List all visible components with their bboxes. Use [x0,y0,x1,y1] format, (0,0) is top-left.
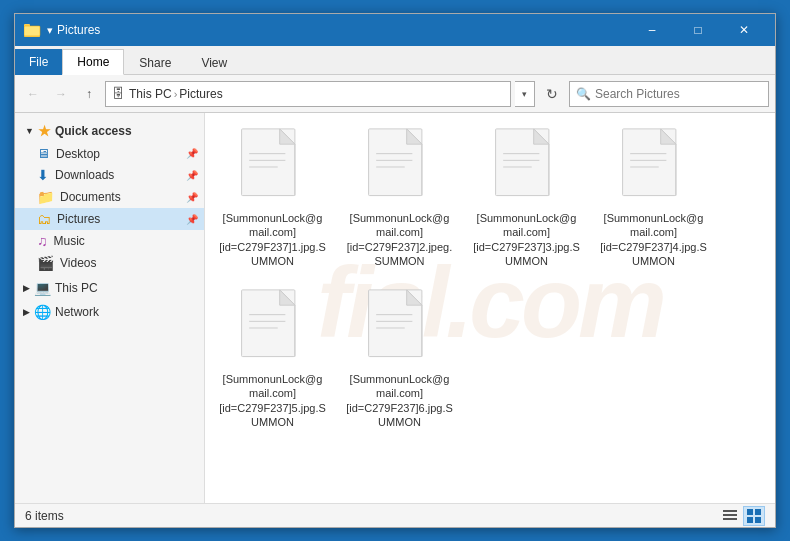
sidebar-item-music-label: Music [54,234,85,248]
this-pc-header[interactable]: ▶ 💻 This PC [15,274,204,298]
file-item[interactable]: [SummonunLock@gmail.com][id=C279F237]5.j… [215,284,330,433]
file-name-2: [SummonunLock@gmail.com][id=C279F237]2.j… [346,211,453,268]
breadcrumb-thispc[interactable]: This PC [129,87,172,101]
breadcrumb-icon: 🗄 [112,86,125,101]
quick-access-label: Quick access [55,124,132,138]
forward-button[interactable]: → [49,82,73,106]
sidebar-item-downloads-label: Downloads [55,168,114,182]
music-icon: ♫ [37,233,48,249]
ribbon-tabs: File Home Share View [15,46,775,74]
sidebar-item-pictures-label: Pictures [57,212,100,226]
chevron-down-icon: ▼ [25,126,34,136]
svg-rect-2 [24,26,40,36]
titlebar-title: Pictures [57,23,629,37]
list-view-button[interactable] [719,506,741,526]
sidebar-item-documents[interactable]: 📁 Documents 📌 [15,186,204,208]
up-button[interactable]: ↑ [77,82,101,106]
documents-icon: 📁 [37,189,54,205]
statusbar: 6 items [15,503,775,527]
pin-icon-documents: 📌 [186,192,198,203]
minimize-button[interactable]: – [629,14,675,46]
sidebar-item-music[interactable]: ♫ Music [15,230,204,252]
file-area: fisl.com [SummonunLock@gma [205,113,775,503]
file-icon-1 [238,127,308,207]
close-button[interactable]: ✕ [721,14,767,46]
view-controls [719,506,765,526]
network-icon: 🌐 [34,304,51,320]
network-header[interactable]: ▶ 🌐 Network [15,298,204,322]
pictures-icon: 🗂 [37,211,51,227]
refresh-button[interactable]: ↻ [539,81,565,107]
file-icon-5 [238,288,308,368]
file-name-6: [SummonunLock@gmail.com][id=C279F237]6.j… [346,372,453,429]
sidebar-item-desktop[interactable]: 🖥 Desktop 📌 [15,143,204,164]
chevron-right-icon-net: ▶ [23,307,30,317]
file-item[interactable]: [SummonunLock@gmail.com][id=C279F237]6.j… [342,284,457,433]
titlebar-controls: – □ ✕ [629,14,767,46]
addressbar: ← → ↑ 🗄 This PC › Pictures ▾ ↻ 🔍 [15,75,775,113]
videos-icon: 🎬 [37,255,54,271]
sidebar-item-videos[interactable]: 🎬 Videos [15,252,204,274]
breadcrumb-pictures[interactable]: Pictures [179,87,222,101]
svg-rect-36 [723,518,737,520]
star-icon: ★ [38,123,51,139]
address-path[interactable]: 🗄 This PC › Pictures [105,81,511,107]
file-name-4: [SummonunLock@gmail.com][id=C279F237]4.j… [600,211,707,268]
ribbon: File Home Share View [15,46,775,75]
tab-home[interactable]: Home [62,49,124,75]
svg-rect-35 [723,514,737,516]
sidebar-item-downloads[interactable]: ⬇ Downloads 📌 [15,164,204,186]
sidebar: ▼ ★ Quick access 🖥 Desktop 📌 ⬇ Downloads… [15,113,205,503]
maximize-button[interactable]: □ [675,14,721,46]
pin-icon-pictures: 📌 [186,214,198,225]
back-button[interactable]: ← [21,82,45,106]
file-item[interactable]: [SummonunLock@gmail.com][id=C279F237]3.j… [469,123,584,272]
address-dropdown[interactable]: ▾ [515,81,535,107]
svg-rect-34 [723,510,737,512]
item-count: 6 items [25,509,64,523]
file-item[interactable]: [SummonunLock@gmail.com][id=C279F237]1.j… [215,123,330,272]
svg-rect-38 [755,509,761,515]
files-grid: [SummonunLock@gmail.com][id=C279F237]1.j… [215,123,765,433]
svg-rect-37 [747,509,753,515]
file-icon-6 [365,288,435,368]
titlebar-quick-icon: ▾ [47,24,53,37]
sidebar-item-pictures[interactable]: 🗂 Pictures 📌 [15,208,204,230]
explorer-window: ▾ Pictures – □ ✕ File Home Share View ← … [14,13,776,528]
file-icon-4 [619,127,689,207]
svg-rect-40 [755,517,761,523]
quick-access-header[interactable]: ▼ ★ Quick access [15,119,204,143]
tab-share[interactable]: Share [124,49,186,75]
search-input[interactable] [595,87,762,101]
file-item[interactable]: [SummonunLock@gmail.com][id=C279F237]4.j… [596,123,711,272]
titlebar-icon [23,22,43,38]
network-label: Network [55,305,99,319]
search-icon: 🔍 [576,87,591,101]
file-name-5: [SummonunLock@gmail.com][id=C279F237]5.j… [219,372,326,429]
this-pc-icon: 💻 [34,280,51,296]
sidebar-item-documents-label: Documents [60,190,121,204]
search-box[interactable]: 🔍 [569,81,769,107]
pin-icon-downloads: 📌 [186,170,198,181]
titlebar: ▾ Pictures – □ ✕ [15,14,775,46]
file-icon-2 [365,127,435,207]
tab-file[interactable]: File [15,49,62,75]
large-icons-view-button[interactable] [743,506,765,526]
file-icon-3 [492,127,562,207]
this-pc-label: This PC [55,281,98,295]
tab-view[interactable]: View [186,49,242,75]
main-content: ▼ ★ Quick access 🖥 Desktop 📌 ⬇ Downloads… [15,113,775,503]
download-icon: ⬇ [37,167,49,183]
desktop-icon: 🖥 [37,146,50,161]
sidebar-item-desktop-label: Desktop [56,147,100,161]
sidebar-item-videos-label: Videos [60,256,96,270]
file-name-3: [SummonunLock@gmail.com][id=C279F237]3.j… [473,211,580,268]
pin-icon: 📌 [186,148,198,159]
svg-rect-39 [747,517,753,523]
file-item[interactable]: [SummonunLock@gmail.com][id=C279F237]2.j… [342,123,457,272]
file-name-1: [SummonunLock@gmail.com][id=C279F237]1.j… [219,211,326,268]
chevron-right-icon: ▶ [23,283,30,293]
